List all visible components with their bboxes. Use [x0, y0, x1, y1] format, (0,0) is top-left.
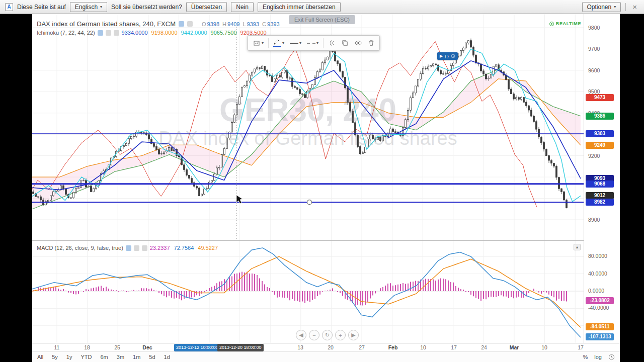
ichimoku-value: 9334.0000: [122, 30, 148, 36]
time-label: 10: [420, 344, 426, 350]
range-button-5d[interactable]: 5d: [149, 354, 155, 360]
macd-value: 23.2337: [150, 245, 170, 251]
time-label: 20: [328, 344, 334, 350]
zoom-in-button[interactable]: +: [335, 330, 346, 340]
ichimoku-values: 9334.00009198.00009442.00009065.75009203…: [122, 30, 270, 36]
indicator-eye-icon[interactable]: [126, 245, 131, 251]
time-label: Dec: [142, 344, 152, 350]
ichimoku-header: Ichimoku (7, 22, 44, 22) 9334.00009198.0…: [37, 30, 270, 36]
zoom-out-button[interactable]: −: [309, 330, 319, 340]
macd-chart[interactable]: [32, 241, 584, 343]
realtime-label: REALTIME: [556, 21, 581, 26]
reset-view-button[interactable]: ↻: [322, 330, 333, 340]
time-label: 25: [114, 344, 120, 350]
time-label: 11: [54, 344, 60, 350]
play-icon[interactable]: ▶: [440, 54, 443, 58]
macd-label-chip: -84.0511: [586, 323, 614, 330]
symbol-title[interactable]: DAX index of German listed shares, 240, …: [37, 20, 176, 28]
time-label: 13: [297, 344, 303, 350]
indicator-eye-icon[interactable]: [98, 30, 103, 36]
scroll-left-button[interactable]: ◀: [296, 330, 306, 340]
delete-button[interactable]: [366, 38, 377, 48]
range-selector: All5y1yYTD6m3m1m5d1d: [37, 354, 170, 360]
active-color-swatch: [273, 46, 281, 47]
close-translate-bar-icon[interactable]: ×: [630, 3, 639, 11]
eye-icon: [354, 40, 362, 46]
options-button-label: Optionen: [587, 4, 612, 11]
macd-pane[interactable]: MACD (12, 26, close, 9, false, true) 23.…: [32, 240, 584, 343]
time-label: 18: [84, 344, 90, 350]
time-label: 27: [359, 344, 365, 350]
translate-button[interactable]: Übersetzen: [186, 2, 227, 12]
pencil-icon: [273, 39, 281, 45]
indicator-settings-icon[interactable]: [134, 245, 139, 251]
chart-style-icon[interactable]: [179, 21, 184, 27]
drawing-toolbar: ▾ ▾ ▾ ▾: [248, 35, 380, 51]
session-clock-icon[interactable]: [608, 354, 615, 360]
letterbox-left: [0, 14, 32, 362]
line-width-icon: [290, 43, 298, 44]
line-width-button[interactable]: ▾: [288, 39, 303, 47]
ohlc-value: 9409: [227, 21, 239, 27]
copy-icon: [341, 39, 349, 47]
range-button-5y[interactable]: 5y: [52, 354, 58, 360]
clock-icon[interactable]: [451, 54, 455, 58]
price-label-chip: 9068: [586, 180, 614, 188]
ohlc-value: 9393: [267, 21, 279, 27]
line-color-button[interactable]: ▾: [271, 37, 286, 49]
ohlc-label: C: [262, 21, 266, 27]
code-braces-icon[interactable]: { }: [445, 54, 449, 58]
indicator-settings-icon[interactable]: [106, 30, 111, 36]
trash-icon: [368, 39, 375, 47]
macd-label-chip: -107.1313: [586, 333, 614, 340]
time-label: 17: [451, 344, 457, 350]
ohlc-value: 9398: [207, 21, 219, 27]
price-tick: 8900: [588, 217, 600, 223]
no-button[interactable]: Nein: [231, 2, 254, 12]
trading-app-window: GER30, 240 DAX index of German listed sh…: [32, 14, 620, 362]
price-label-chip: 9249: [586, 142, 614, 149]
range-button-all[interactable]: All: [37, 354, 43, 360]
price-tick: 9600: [588, 67, 600, 73]
chevron-down-icon: ▾: [262, 41, 264, 45]
chart-settings-icon[interactable]: [187, 21, 193, 27]
indicator-delete-icon[interactable]: [142, 245, 147, 251]
scroll-right-button[interactable]: ▶: [348, 330, 359, 340]
range-button-ytd[interactable]: YTD: [80, 354, 92, 360]
range-button-6m[interactable]: 6m: [100, 354, 108, 360]
ohlc-values: O9398H9409L9393C9393: [199, 21, 280, 27]
clone-button[interactable]: [339, 38, 351, 48]
range-button-1m[interactable]: 1m: [133, 354, 140, 360]
macd-tick: -40.0000: [588, 305, 609, 311]
macd-header: MACD (12, 26, close, 9, false, true) 23.…: [37, 245, 222, 251]
macd-label[interactable]: MACD (12, 26, close, 9, false, true): [37, 245, 123, 251]
bottom-toolbar: All5y1yYTD6m3m1m5d1d %log: [32, 351, 620, 362]
indicator-delete-icon[interactable]: [114, 30, 119, 36]
pane-collapse-icon[interactable]: ▲: [574, 244, 581, 250]
divider: [625, 3, 626, 11]
price-chart-pane[interactable]: GER30, 240 DAX index of German listed sh…: [32, 14, 584, 240]
visibility-button[interactable]: [352, 38, 364, 48]
chart-nav-controls: ◀ − ↻ + ▶: [296, 330, 359, 340]
translate-bar: A Diese Seite ist auf Englisch ▾ Soll si…: [0, 0, 644, 14]
properties-button[interactable]: [326, 38, 338, 48]
chevron-down-icon: ▾: [316, 41, 318, 45]
macd-values: 23.233772.756449.5227: [150, 245, 222, 251]
axis-mode-percent[interactable]: %: [583, 354, 588, 360]
ohlc-value: 9393: [247, 21, 259, 27]
always-translate-button[interactable]: Englisch immer übersetzen: [258, 2, 341, 12]
replay-controls[interactable]: ▶ { }: [437, 52, 458, 60]
template-dropdown-button[interactable]: ▾: [251, 38, 266, 49]
options-button[interactable]: Optionen ▾: [582, 2, 621, 12]
language-dropdown[interactable]: Englisch ▾: [70, 2, 107, 12]
ichimoku-label[interactable]: Ichimoku (7, 22, 44, 22): [37, 30, 95, 36]
translate-icon[interactable]: A: [5, 3, 13, 11]
time-axis[interactable]: 111825Dec4132027Feb101724Mar10172013-12-…: [32, 343, 620, 351]
line-style-button[interactable]: ▾: [305, 39, 320, 47]
range-button-1d[interactable]: 1d: [164, 354, 170, 360]
range-button-1y[interactable]: 1y: [66, 354, 72, 360]
ohlc-label: H: [222, 21, 226, 27]
axis-mode-log[interactable]: log: [594, 354, 602, 360]
price-axis[interactable]: 9800970096009500940093009200910090008900…: [584, 14, 620, 343]
range-button-3m[interactable]: 3m: [117, 354, 124, 360]
